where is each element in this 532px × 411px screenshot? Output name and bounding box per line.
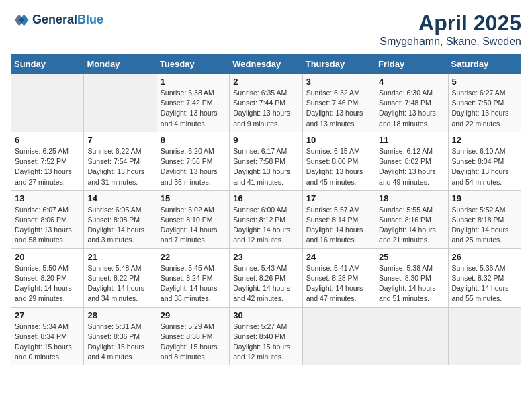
weekday-header-saturday: Saturday bbox=[448, 55, 521, 74]
day-info: Sunrise: 5:48 AM Sunset: 8:22 PM Dayligh… bbox=[87, 263, 152, 304]
calendar-cell: 20Sunrise: 5:50 AM Sunset: 8:20 PM Dayli… bbox=[11, 248, 84, 307]
calendar-cell: 13Sunrise: 6:07 AM Sunset: 8:06 PM Dayli… bbox=[11, 190, 84, 248]
day-info: Sunrise: 6:22 AM Sunset: 7:54 PM Dayligh… bbox=[87, 146, 152, 187]
day-number: 25 bbox=[379, 252, 444, 262]
calendar-body: 1Sunrise: 6:38 AM Sunset: 7:42 PM Daylig… bbox=[11, 74, 521, 365]
day-info: Sunrise: 5:45 AM Sunset: 8:24 PM Dayligh… bbox=[161, 263, 226, 304]
day-number: 13 bbox=[15, 193, 80, 203]
day-number: 2 bbox=[233, 77, 298, 87]
day-number: 20 bbox=[15, 252, 80, 262]
page-header: GeneralBlue April 2025 Smygehamn, Skane,… bbox=[11, 11, 521, 48]
day-info: Sunrise: 6:00 AM Sunset: 8:12 PM Dayligh… bbox=[233, 205, 298, 246]
month-title: April 2025 bbox=[380, 11, 521, 36]
calendar-cell: 22Sunrise: 5:45 AM Sunset: 8:24 PM Dayli… bbox=[157, 248, 229, 307]
day-number: 15 bbox=[161, 193, 226, 203]
day-info: Sunrise: 6:15 AM Sunset: 8:00 PM Dayligh… bbox=[306, 146, 371, 187]
calendar-cell: 16Sunrise: 6:00 AM Sunset: 8:12 PM Dayli… bbox=[230, 190, 302, 248]
calendar-week-1: 1Sunrise: 6:38 AM Sunset: 7:42 PM Daylig… bbox=[11, 74, 521, 132]
day-number: 23 bbox=[233, 252, 298, 262]
logo: GeneralBlue bbox=[11, 11, 103, 30]
day-number: 28 bbox=[87, 310, 152, 320]
calendar-cell: 14Sunrise: 6:05 AM Sunset: 8:08 PM Dayli… bbox=[84, 190, 157, 248]
day-info: Sunrise: 6:17 AM Sunset: 7:58 PM Dayligh… bbox=[233, 146, 298, 187]
calendar-table: SundayMondayTuesdayWednesdayThursdayFrid… bbox=[11, 54, 521, 365]
calendar-cell: 3Sunrise: 6:32 AM Sunset: 7:46 PM Daylig… bbox=[302, 74, 375, 132]
calendar-cell: 30Sunrise: 5:27 AM Sunset: 8:40 PM Dayli… bbox=[230, 307, 302, 365]
calendar-cell bbox=[375, 307, 448, 365]
calendar-week-3: 13Sunrise: 6:07 AM Sunset: 8:06 PM Dayli… bbox=[11, 190, 521, 248]
day-info: Sunrise: 6:07 AM Sunset: 8:06 PM Dayligh… bbox=[15, 205, 80, 246]
weekday-header-wednesday: Wednesday bbox=[230, 55, 302, 74]
day-info: Sunrise: 5:41 AM Sunset: 8:28 PM Dayligh… bbox=[306, 263, 371, 304]
calendar-cell: 7Sunrise: 6:22 AM Sunset: 7:54 PM Daylig… bbox=[84, 132, 157, 190]
calendar-cell: 15Sunrise: 6:02 AM Sunset: 8:10 PM Dayli… bbox=[157, 190, 229, 248]
day-number: 4 bbox=[379, 77, 444, 87]
calendar-cell bbox=[448, 307, 521, 365]
weekday-row: SundayMondayTuesdayWednesdayThursdayFrid… bbox=[11, 55, 521, 74]
day-number: 1 bbox=[161, 77, 226, 87]
day-info: Sunrise: 6:38 AM Sunset: 7:42 PM Dayligh… bbox=[161, 88, 226, 129]
day-number: 22 bbox=[161, 252, 226, 262]
calendar-cell bbox=[11, 74, 84, 132]
day-info: Sunrise: 6:05 AM Sunset: 8:08 PM Dayligh… bbox=[87, 205, 152, 246]
day-number: 8 bbox=[161, 135, 226, 145]
weekday-header-tuesday: Tuesday bbox=[157, 55, 229, 74]
calendar-cell: 19Sunrise: 5:52 AM Sunset: 8:18 PM Dayli… bbox=[448, 190, 521, 248]
weekday-header-monday: Monday bbox=[84, 55, 157, 74]
day-info: Sunrise: 5:31 AM Sunset: 8:36 PM Dayligh… bbox=[87, 322, 152, 363]
day-info: Sunrise: 6:25 AM Sunset: 7:52 PM Dayligh… bbox=[15, 146, 80, 187]
weekday-header-thursday: Thursday bbox=[302, 55, 375, 74]
day-info: Sunrise: 5:50 AM Sunset: 8:20 PM Dayligh… bbox=[15, 263, 80, 304]
day-info: Sunrise: 6:35 AM Sunset: 7:44 PM Dayligh… bbox=[233, 88, 298, 129]
day-info: Sunrise: 5:55 AM Sunset: 8:16 PM Dayligh… bbox=[379, 205, 444, 246]
day-number: 18 bbox=[379, 193, 444, 203]
day-number: 5 bbox=[452, 77, 517, 87]
calendar-cell: 9Sunrise: 6:17 AM Sunset: 7:58 PM Daylig… bbox=[230, 132, 302, 190]
day-info: Sunrise: 5:52 AM Sunset: 8:18 PM Dayligh… bbox=[452, 205, 517, 246]
logo-icon bbox=[11, 11, 30, 30]
day-number: 26 bbox=[452, 252, 517, 262]
calendar-cell: 8Sunrise: 6:20 AM Sunset: 7:56 PM Daylig… bbox=[157, 132, 229, 190]
calendar-cell: 12Sunrise: 6:10 AM Sunset: 8:04 PM Dayli… bbox=[448, 132, 521, 190]
calendar-cell: 11Sunrise: 6:12 AM Sunset: 8:02 PM Dayli… bbox=[375, 132, 448, 190]
day-number: 7 bbox=[87, 135, 152, 145]
day-number: 9 bbox=[233, 135, 298, 145]
calendar-cell: 18Sunrise: 5:55 AM Sunset: 8:16 PM Dayli… bbox=[375, 190, 448, 248]
day-info: Sunrise: 6:27 AM Sunset: 7:50 PM Dayligh… bbox=[452, 88, 517, 129]
day-number: 14 bbox=[87, 193, 152, 203]
calendar-cell: 10Sunrise: 6:15 AM Sunset: 8:00 PM Dayli… bbox=[302, 132, 375, 190]
day-number: 21 bbox=[87, 252, 152, 262]
calendar-header: SundayMondayTuesdayWednesdayThursdayFrid… bbox=[11, 55, 521, 74]
logo-general: General bbox=[32, 13, 77, 26]
calendar-cell: 25Sunrise: 5:38 AM Sunset: 8:30 PM Dayli… bbox=[375, 248, 448, 307]
day-number: 10 bbox=[306, 135, 371, 145]
day-info: Sunrise: 5:27 AM Sunset: 8:40 PM Dayligh… bbox=[233, 322, 298, 363]
calendar-cell: 2Sunrise: 6:35 AM Sunset: 7:44 PM Daylig… bbox=[230, 74, 302, 132]
calendar-cell: 17Sunrise: 5:57 AM Sunset: 8:14 PM Dayli… bbox=[302, 190, 375, 248]
calendar-cell: 28Sunrise: 5:31 AM Sunset: 8:36 PM Dayli… bbox=[84, 307, 157, 365]
day-number: 11 bbox=[379, 135, 444, 145]
day-info: Sunrise: 6:12 AM Sunset: 8:02 PM Dayligh… bbox=[379, 146, 444, 187]
calendar-cell: 1Sunrise: 6:38 AM Sunset: 7:42 PM Daylig… bbox=[157, 74, 229, 132]
day-number: 29 bbox=[161, 310, 226, 320]
calendar-cell bbox=[84, 74, 157, 132]
calendar-cell: 26Sunrise: 5:36 AM Sunset: 8:32 PM Dayli… bbox=[448, 248, 521, 307]
calendar-cell: 4Sunrise: 6:30 AM Sunset: 7:48 PM Daylig… bbox=[375, 74, 448, 132]
calendar-cell: 23Sunrise: 5:43 AM Sunset: 8:26 PM Dayli… bbox=[230, 248, 302, 307]
weekday-header-friday: Friday bbox=[375, 55, 448, 74]
day-number: 17 bbox=[306, 193, 371, 203]
day-number: 16 bbox=[233, 193, 298, 203]
day-number: 6 bbox=[15, 135, 80, 145]
day-info: Sunrise: 6:30 AM Sunset: 7:48 PM Dayligh… bbox=[379, 88, 444, 129]
day-info: Sunrise: 5:36 AM Sunset: 8:32 PM Dayligh… bbox=[452, 263, 517, 304]
calendar-cell: 29Sunrise: 5:29 AM Sunset: 8:38 PM Dayli… bbox=[157, 307, 229, 365]
day-number: 12 bbox=[452, 135, 517, 145]
calendar-week-5: 27Sunrise: 5:34 AM Sunset: 8:34 PM Dayli… bbox=[11, 307, 521, 365]
location-title: Smygehamn, Skane, Sweden bbox=[380, 36, 521, 48]
calendar-cell: 27Sunrise: 5:34 AM Sunset: 8:34 PM Dayli… bbox=[11, 307, 84, 365]
day-number: 30 bbox=[233, 310, 298, 320]
day-info: Sunrise: 5:34 AM Sunset: 8:34 PM Dayligh… bbox=[15, 322, 80, 363]
calendar-cell: 6Sunrise: 6:25 AM Sunset: 7:52 PM Daylig… bbox=[11, 132, 84, 190]
calendar-cell: 21Sunrise: 5:48 AM Sunset: 8:22 PM Dayli… bbox=[84, 248, 157, 307]
calendar-cell: 24Sunrise: 5:41 AM Sunset: 8:28 PM Dayli… bbox=[302, 248, 375, 307]
